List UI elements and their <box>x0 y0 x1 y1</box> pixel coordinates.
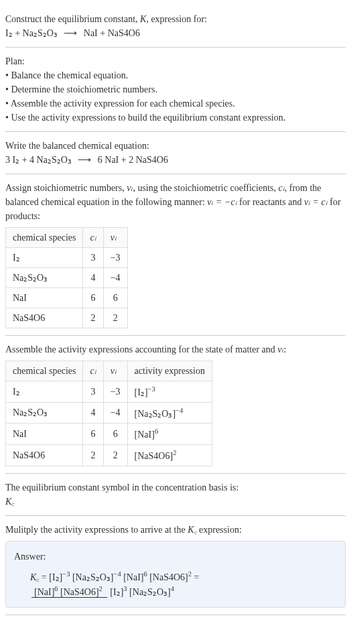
term-exp: −3 <box>62 570 70 578</box>
act-base: [I₂] <box>135 387 148 397</box>
act-exp: −3 <box>148 385 155 393</box>
cell-activity: [NaS4O6]2 <box>127 444 212 466</box>
assign-ci: cᵢ <box>279 183 285 193</box>
table-row: NaS4O622 <box>6 308 128 328</box>
plan-bullet: • Determine the stoichiometric numbers. <box>5 82 346 96</box>
cell-activity: [I₂]−3 <box>127 381 212 403</box>
plan-bullet: • Balance the chemical equation. <box>5 68 346 82</box>
term-base: [I₂] <box>110 587 123 597</box>
plan-bullet: • Use the activity expressions to build … <box>5 111 346 125</box>
plan-bullet: • Assemble the activity expression for e… <box>5 96 346 111</box>
multiply-t: Mulitply the activity expressions to arr… <box>5 525 188 535</box>
col-header: activity expression <box>127 361 212 381</box>
intro-text: Construct the equilibrium constant, <box>5 14 140 24</box>
activity-table: chemical species cᵢ νᵢ activity expressi… <box>5 361 212 466</box>
intro-section: Construct the equilibrium constant, K, e… <box>5 5 346 48</box>
term-exp: 2 <box>99 586 102 593</box>
cell-c: 6 <box>83 288 103 308</box>
col-header: chemical species <box>6 228 83 248</box>
cell-c: 4 <box>83 268 103 288</box>
cell-v: −4 <box>103 268 127 288</box>
term-exp: 6 <box>54 586 58 593</box>
term-base: [I₂] <box>49 572 62 582</box>
act-exp: −4 <box>176 407 183 414</box>
cell-species: NaS4O6 <box>6 308 83 328</box>
assign-section: Assign stoichiometric numbers, νᵢ, using… <box>5 174 346 336</box>
term-exp: 6 <box>143 570 147 578</box>
assign-t: Assign stoichiometric numbers, <box>5 183 127 193</box>
table-row: NaI66 <box>6 288 128 308</box>
denominator: [I₂]3 [Na₂S₂O₃]4 <box>107 587 177 597</box>
cell-species: Na₂S₂O₃ <box>6 268 83 288</box>
activity-section: Assemble the activity expressions accoun… <box>5 336 346 474</box>
multiply-t: expression: <box>197 525 242 535</box>
intro-line: Construct the equilibrium constant, K, e… <box>5 12 346 26</box>
term-exp: 4 <box>171 586 174 593</box>
cell-species: NaS4O6 <box>6 444 83 466</box>
answer-kc: K꜀ <box>30 572 39 582</box>
plan-section: Plan: • Balance the chemical equation. •… <box>5 48 346 132</box>
arrow-icon: ⟶ <box>78 153 91 167</box>
table-header-row: chemical species cᵢ νᵢ activity expressi… <box>6 361 212 381</box>
balanced-right: 6 NaI + 2 NaS4O6 <box>98 155 168 165</box>
answer-label: Answer: <box>14 550 337 564</box>
cell-species: NaI <box>6 424 83 445</box>
balanced-title: Write the balanced chemical equation: <box>5 139 346 153</box>
cell-activity: [Na₂S₂O₃]−4 <box>127 402 212 424</box>
cell-species: I₂ <box>6 248 83 268</box>
assign-text: Assign stoichiometric numbers, νᵢ, using… <box>5 181 346 223</box>
answer-expression: K꜀ = [I₂]−3 [Na₂S₂O₃]−4 [NaI]6 [NaS4O6]2… <box>14 569 337 600</box>
term-base: [NaS4O6] <box>60 587 99 597</box>
cell-v: 6 <box>103 424 127 445</box>
col-header: cᵢ <box>83 361 103 381</box>
cell-species: Na₂S₂O₃ <box>6 402 83 424</box>
term-base: [NaI] <box>123 572 143 582</box>
answer-eq: = <box>39 572 49 582</box>
table-row: I₂3−3 <box>6 248 128 268</box>
symbol-kc: K꜀ <box>5 495 346 509</box>
plan-title: Plan: <box>5 54 346 68</box>
act-base: [NaI] <box>135 430 155 440</box>
numerator: [NaI]6 [NaS4O6]2 <box>31 587 107 598</box>
intro-K: K <box>140 14 146 24</box>
table-header-row: chemical species cᵢ νᵢ <box>6 228 128 248</box>
act-base: [Na₂S₂O₃] <box>135 408 176 418</box>
activity-t: : <box>284 344 287 355</box>
cell-v: −3 <box>103 381 127 403</box>
balanced-section: Write the balanced chemical equation: 3 … <box>5 132 346 174</box>
cell-v: 2 <box>103 308 127 328</box>
act-exp: 6 <box>155 428 158 435</box>
act-base: [NaS4O6] <box>135 451 173 461</box>
cell-activity: [NaI]6 <box>127 424 212 445</box>
balanced-left: 3 I₂ + 4 Na₂S₂O₃ <box>5 155 72 165</box>
cell-c: 2 <box>83 308 103 328</box>
term-exp: 3 <box>123 586 127 593</box>
intro-equation: I₂ + Na₂S₂O₃ ⟶ NaI + NaS4O6 <box>5 26 346 40</box>
table-row: NaI 6 6 [NaI]6 <box>6 424 212 445</box>
activity-title: Assemble the activity expressions accoun… <box>5 342 346 357</box>
cell-v: 2 <box>103 444 127 466</box>
act-exp: 2 <box>173 449 176 456</box>
eq-left: I₂ + Na₂S₂O₃ <box>5 28 58 38</box>
symbol-section: The equilibrium constant symbol in the c… <box>5 474 346 516</box>
cell-c: 3 <box>83 248 103 268</box>
intro-text-b: , expression for: <box>146 14 207 24</box>
arrow-icon: ⟶ <box>64 26 77 40</box>
cell-c: 6 <box>83 424 103 445</box>
table-row: Na₂S₂O₃ 4 −4 [Na₂S₂O₃]−4 <box>6 402 212 424</box>
multiply-line: Mulitply the activity expressions to arr… <box>5 523 346 537</box>
term-exp: −4 <box>113 570 121 578</box>
col-header: chemical species <box>6 361 83 381</box>
activity-nu: νᵢ <box>277 344 283 355</box>
term-base: [NaI] <box>34 587 54 597</box>
assign-t: for reactants and <box>237 197 304 207</box>
cell-c: 3 <box>83 381 103 403</box>
symbol-line: The equilibrium constant symbol in the c… <box>5 480 346 495</box>
col-header: νᵢ <box>103 361 127 381</box>
cell-c: 2 <box>83 444 103 466</box>
eq-right: NaI + NaS4O6 <box>84 28 140 38</box>
assign-table: chemical species cᵢ νᵢ I₂3−3 Na₂S₂O₃4−4 … <box>5 227 128 328</box>
col-header: νᵢ <box>103 228 127 248</box>
answer-eq: = <box>192 572 199 582</box>
multiply-section: Mulitply the activity expressions to arr… <box>5 516 346 616</box>
